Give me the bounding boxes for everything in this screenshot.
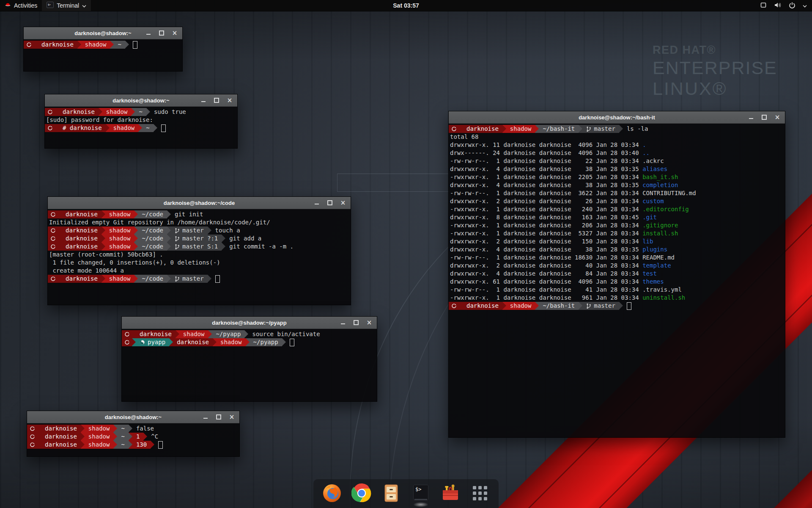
minimize-button[interactable] — [145, 30, 151, 36]
file-name: bash_it.sh — [642, 174, 678, 180]
prompt-segment-icon — [27, 425, 37, 433]
powerline-separator — [535, 302, 539, 310]
terminal-content[interactable]: darknoiseshadow~sudo true[sudo] password… — [45, 107, 237, 149]
maximize-button[interactable] — [159, 30, 165, 36]
show-apps-icon[interactable] — [470, 483, 490, 503]
firefox-icon[interactable] — [322, 483, 342, 503]
window-titlebar[interactable]: darknoise@shadow:~× — [24, 27, 182, 39]
window-titlebar[interactable]: darknoise@shadow:~× — [45, 94, 237, 107]
prompt-segment-user: darknoise — [463, 125, 502, 133]
chevron-down-icon[interactable] — [803, 2, 807, 9]
terminal-content[interactable]: darknoiseshadow~/pyappsource bin/activat… — [122, 329, 377, 402]
power-icon[interactable] — [789, 2, 796, 10]
terminal-content[interactable]: darknoiseshadow~/bash-itmasterls -latota… — [449, 124, 785, 438]
powerline-separator — [167, 226, 171, 235]
powerline-separator — [58, 275, 62, 283]
close-button[interactable]: × — [172, 30, 178, 36]
maximize-button[interactable] — [216, 414, 222, 420]
git-branch-icon — [175, 244, 180, 250]
app-menu-terminal[interactable]: $> Terminal — [42, 0, 91, 11]
file-name: CONTRIBUTING.md — [642, 190, 696, 196]
file-list-row: drwxrwxr-x. 2 darknoise darknoise 150 Ja… — [449, 237, 785, 246]
prompt-segment-host: shadow — [81, 41, 110, 49]
prompt-segment-user: # darknoise — [59, 124, 106, 132]
prompt-segment-icon — [48, 226, 58, 235]
file-list-row: -rw-rw-r--. 1 darknoise darknoise 3622 J… — [449, 189, 785, 197]
maximize-button[interactable] — [214, 97, 219, 103]
git-branch-icon — [586, 126, 591, 132]
dock: $> — [313, 479, 499, 508]
close-button[interactable]: × — [229, 414, 235, 420]
prompt-segment-user: darknoise — [38, 41, 77, 49]
terminal-window: darknoise@shadow:~/bash-it×darknoiseshad… — [448, 111, 785, 438]
window-titlebar[interactable]: darknoise@shadow:~/bash-it× — [449, 111, 785, 124]
distro-icon — [124, 331, 130, 337]
prompt-segment-host: shadow — [85, 433, 114, 441]
prompt-segment-icon — [48, 275, 58, 283]
terminal-content[interactable]: darknoiseshadow~/codegit initInitialized… — [48, 209, 351, 305]
powerline-separator — [579, 125, 582, 133]
maximize-button[interactable] — [353, 320, 359, 326]
terminal-prompt-line: darknoiseshadow~/codemaster ?:1git add a — [48, 235, 351, 243]
terminal-content[interactable]: darknoiseshadow~falsedarknoiseshadow~1^C… — [27, 423, 239, 457]
chrome-icon[interactable] — [351, 483, 372, 503]
window-titlebar[interactable]: darknoise@shadow:~× — [27, 411, 239, 423]
powerline-separator — [110, 41, 114, 49]
powerline-separator — [502, 302, 506, 310]
prompt-segment-path: ~/code — [138, 210, 167, 218]
powerline-separator — [208, 275, 211, 283]
terminal-icon[interactable]: $> — [411, 483, 431, 503]
screen-icon[interactable] — [760, 2, 767, 10]
volume-icon[interactable] — [774, 2, 782, 10]
file-list-row: drwxrwxr-x. 2 darknoise darknoise 40 Jan… — [449, 262, 785, 270]
powerline-separator — [129, 433, 132, 441]
powerline-separator — [37, 441, 41, 449]
svg-text:$>: $> — [48, 3, 51, 6]
close-button[interactable]: × — [227, 97, 233, 103]
prompt-segment-git: master — [582, 125, 619, 133]
prompt-segment-git: master — [171, 226, 208, 235]
close-button[interactable]: × — [774, 114, 780, 120]
prompt-segment-icon — [45, 108, 55, 116]
terminal-cursor — [158, 441, 163, 449]
file-list-row: -rwxrwxr-x. 1 darknoise darknoise 206 Ja… — [449, 221, 785, 229]
prompt-segment-icon — [24, 41, 34, 49]
activities-button[interactable]: Activities — [0, 0, 42, 11]
prompt-segment-git: master ?:1 — [171, 235, 222, 243]
terminal-content[interactable]: darknoiseshadow~ — [24, 39, 182, 72]
file-name: .. — [642, 149, 650, 156]
clock[interactable]: Sat 03:57 — [393, 2, 419, 9]
prompt-segment-icon — [48, 210, 58, 218]
terminal-output-line: [sudo] password for darknoise: — [45, 116, 237, 124]
powerline-separator — [113, 425, 117, 433]
file-name: .travis.yml — [642, 286, 682, 293]
minimize-button[interactable] — [314, 200, 320, 206]
window-controls: × — [203, 414, 239, 420]
window-titlebar[interactable]: darknoise@shadow:~/code× — [48, 197, 351, 209]
minimize-button[interactable] — [340, 320, 346, 326]
minimize-button[interactable] — [200, 97, 206, 103]
rhel-watermark: RED HAT® ENTERPRISE LINUX® — [653, 44, 777, 99]
powerline-separator — [58, 235, 62, 243]
files-icon[interactable] — [381, 483, 401, 503]
powerline-separator — [134, 243, 138, 251]
close-button[interactable]: × — [366, 320, 372, 326]
terminal-prompt-line: darknoiseshadow~/codegit init — [48, 210, 351, 218]
command-text: false — [136, 425, 154, 433]
maximize-button[interactable] — [761, 114, 767, 120]
minimize-button[interactable] — [203, 414, 208, 420]
maximize-button[interactable] — [327, 200, 333, 206]
prompt-segment-path: ~ — [142, 124, 153, 132]
terminal-prompt-line: darknoiseshadow~1^C — [27, 433, 239, 441]
file-list-row: drwxrwxr-x. 8 darknoise darknoise 163 Ja… — [449, 213, 785, 221]
file-list-row: -rw-rw-r--. 1 darknoise darknoise 41 Jan… — [449, 286, 785, 294]
toolbox-icon[interactable] — [440, 483, 461, 503]
powerline-separator — [169, 338, 173, 346]
powerline-separator — [102, 210, 105, 218]
powerline-separator — [58, 226, 62, 235]
minimize-button[interactable] — [748, 114, 754, 120]
window-titlebar[interactable]: darknoise@shadow:~/pyapp× — [122, 317, 377, 329]
prompt-segment-user: darknoise — [173, 338, 213, 346]
close-button[interactable]: × — [340, 200, 346, 206]
file-name: plugins — [642, 246, 667, 253]
